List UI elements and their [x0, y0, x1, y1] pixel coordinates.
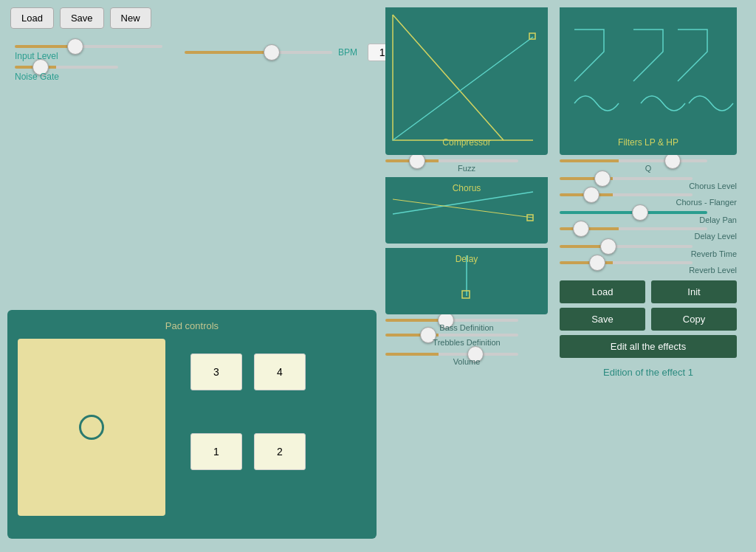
effects-init-button[interactable]: Init — [651, 280, 737, 303]
trebles-slider[interactable] — [385, 334, 518, 337]
pad-button-4[interactable]: 4 — [254, 353, 306, 390]
compressor-box: Compressor — [385, 7, 548, 155]
compressor-label: Compressor — [385, 134, 548, 152]
reverb-level-slider[interactable] — [560, 261, 693, 264]
chorus-box: Chorus — [385, 177, 548, 244]
bass-slider[interactable] — [385, 319, 518, 322]
delay-level-row — [560, 227, 737, 230]
delay-label: Delay — [385, 251, 548, 269]
filters-graph — [560, 7, 737, 148]
new-button[interactable]: New — [110, 7, 151, 29]
pad-title: Pad controls — [18, 320, 366, 331]
chorus-flanger-row — [560, 193, 737, 196]
chorus-level-row — [560, 177, 737, 180]
delay-level-slider[interactable] — [560, 227, 707, 230]
chorus-level-slider[interactable] — [560, 177, 693, 180]
fuzz-row — [385, 159, 548, 162]
bpm-control: BPM 120 — [185, 44, 408, 61]
bpm-slider[interactable] — [185, 51, 332, 54]
reverb-level-row — [560, 261, 737, 264]
edit-all-button[interactable]: Edit all the effects — [560, 335, 737, 358]
pad-circle — [79, 415, 104, 440]
effects-col-right: Filters LP & HP Q Chorus Level Chorus - … — [560, 7, 737, 378]
load-button[interactable]: Load — [10, 7, 54, 29]
filters-label: Filters LP & HP — [560, 134, 737, 152]
reverb-time-row — [560, 245, 737, 248]
noise-gate-slider[interactable] — [15, 66, 118, 69]
delay-pan-slider[interactable] — [560, 211, 707, 214]
input-level-slider[interactable] — [15, 45, 162, 48]
pad-button-2[interactable]: 2 — [254, 433, 306, 470]
effects-load-button[interactable]: Load — [560, 280, 645, 303]
delay-pan-row — [560, 211, 737, 214]
save-button[interactable]: Save — [60, 7, 104, 29]
chorus-flanger-slider[interactable] — [560, 193, 693, 196]
delay-box: Delay — [385, 248, 548, 314]
q-row — [560, 159, 737, 162]
pad-content: 3 4 1 2 — [18, 339, 366, 516]
filters-box: Filters LP & HP — [560, 7, 737, 155]
volume-row — [385, 353, 548, 356]
pad-button-1[interactable]: 1 — [190, 433, 242, 470]
fuzz-slider[interactable] — [385, 159, 518, 162]
effects-panel: Compressor Fuzz Chorus — [385, 7, 747, 378]
edition-label: Edition of the effect 1 — [560, 367, 737, 378]
trebles-row — [385, 334, 548, 337]
q-slider[interactable] — [560, 159, 707, 162]
effects-save-button[interactable]: Save — [560, 308, 645, 331]
svg-rect-0 — [385, 7, 548, 148]
chorus-label: Chorus — [385, 180, 548, 198]
save-copy-row: Save Copy — [560, 308, 737, 331]
effects-copy-button[interactable]: Copy — [651, 308, 737, 331]
compressor-graph — [385, 7, 548, 148]
bass-row — [385, 319, 548, 322]
pad-button-3[interactable]: 3 — [190, 353, 242, 390]
bpm-label: BPM — [338, 47, 357, 58]
pad-canvas[interactable] — [18, 339, 165, 516]
pad-buttons: 3 4 1 2 — [176, 339, 320, 516]
volume-slider[interactable] — [385, 353, 518, 356]
effects-col-left: Compressor Fuzz Chorus — [385, 7, 548, 378]
svg-rect-11 — [560, 7, 737, 148]
reverb-time-slider[interactable] — [560, 245, 693, 248]
load-init-row: Load Init — [560, 280, 737, 303]
pad-panel: Pad controls 3 4 1 2 — [7, 310, 377, 539]
